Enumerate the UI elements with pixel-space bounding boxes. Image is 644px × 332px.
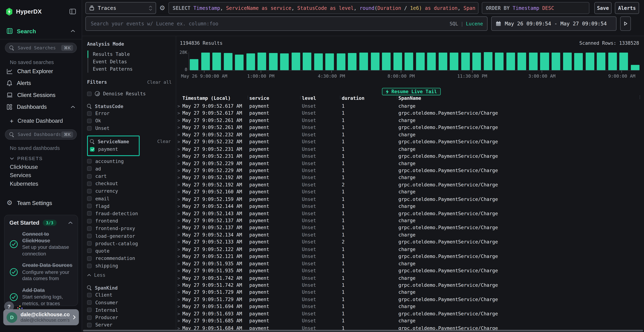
sidebar-item-team-settings[interactable]: ⚙ Team Settings [0, 197, 82, 209]
checkbox[interactable] [87, 189, 92, 193]
row-expand-icon[interactable]: > [178, 103, 182, 110]
histogram-bar[interactable] [620, 52, 628, 70]
checkbox[interactable] [87, 166, 92, 171]
sidebar-item-client-sessions[interactable]: Client Sessions [0, 89, 82, 101]
histogram-bar[interactable] [631, 65, 639, 70]
table-row[interactable]: >May 27 9:09:52.261 AMpaymentUnset1charg… [178, 117, 644, 124]
row-expand-icon[interactable]: > [178, 146, 182, 153]
table-row[interactable]: >May 27 9:09:52.231 AMpaymentUnset1charg… [178, 146, 644, 153]
row-expand-icon[interactable]: > [178, 318, 182, 325]
checkbox[interactable] [87, 308, 92, 312]
filter-option[interactable]: shipping [87, 262, 172, 270]
histogram-bar[interactable] [438, 52, 447, 70]
table-row[interactable]: >May 27 9:09:52.121 AMpaymentUnset1grpc.… [178, 253, 644, 260]
filter-option[interactable]: product-catalog [87, 240, 172, 247]
histogram-bar[interactable] [416, 53, 424, 70]
source-select[interactable]: Traces [86, 2, 156, 14]
checkbox[interactable] [87, 226, 92, 231]
row-expand-icon[interactable]: > [178, 182, 182, 188]
checkbox[interactable] [87, 92, 92, 96]
filter-option[interactable]: cart [87, 172, 172, 180]
filter-option[interactable]: Server [87, 321, 172, 329]
filter-option-selected[interactable]: payment [90, 145, 135, 153]
denoise-results-toggle[interactable]: Denoise Results [87, 90, 172, 97]
row-expand-icon[interactable]: > [178, 296, 182, 303]
row-expand-icon[interactable]: > [178, 153, 182, 160]
table-row[interactable]: >May 27 9:09:51.729 AMpaymentUnset1grpc.… [178, 296, 644, 303]
sidebar-item-preset[interactable]: Services [0, 171, 82, 180]
alerts-button[interactable]: Alerts [615, 2, 639, 14]
row-expand-icon[interactable]: > [178, 124, 182, 131]
filter-option[interactable]: fraud-detection [87, 210, 172, 217]
table-row[interactable]: >May 27 9:09:52.134 AMpaymentUnset1charg… [178, 232, 644, 239]
row-expand-icon[interactable]: > [178, 303, 182, 310]
histogram-bar[interactable] [574, 53, 583, 70]
row-expand-icon[interactable]: > [178, 289, 182, 296]
filter-option[interactable]: currency [87, 188, 172, 195]
saved-searches-input[interactable]: ⌘K [5, 43, 77, 53]
checkbox[interactable] [87, 126, 92, 130]
row-expand-icon[interactable]: > [178, 188, 182, 196]
filter-option[interactable]: frontend-proxy [87, 225, 172, 232]
table-row[interactable]: >May 27 9:09:52.144 AMpaymentUnset1charg… [178, 203, 644, 210]
row-expand-icon[interactable]: > [178, 260, 182, 268]
sidebar-item-chart-explorer[interactable]: Chart Explorer [0, 65, 82, 77]
sidebar-item-preset[interactable]: Kubernetes [0, 180, 82, 188]
event-search-bar[interactable]: SQL | Lucene [86, 16, 488, 31]
table-row[interactable]: >May 27 9:09:51.693 AMpaymentUnset1grpc.… [178, 310, 644, 318]
histogram-bar[interactable] [405, 53, 413, 70]
row-expand-icon[interactable]: > [178, 117, 182, 124]
run-query-button[interactable] [620, 16, 631, 31]
row-expand-icon[interactable]: > [178, 274, 182, 282]
histogram-bar[interactable] [529, 52, 538, 70]
table-row[interactable]: >May 27 9:09:52.159 AMpaymentUnset1grpc.… [178, 196, 644, 203]
histogram-bar[interactable] [326, 53, 334, 70]
table-row[interactable]: >May 27 9:09:52.143 AMpaymentUnset1grpc.… [178, 210, 644, 217]
checkbox[interactable] [87, 182, 92, 186]
row-expand-icon[interactable]: > [178, 282, 182, 289]
histogram-bar[interactable] [190, 59, 198, 70]
row-expand-icon[interactable]: > [178, 131, 182, 138]
histogram-bar[interactable] [540, 52, 549, 70]
analysis-mode-tab[interactable]: Event Deltas [88, 58, 172, 65]
sql-select-editor[interactable]: SELECT Timestamp, ServiceName as service… [168, 2, 478, 14]
checkbox[interactable] [87, 196, 92, 201]
histogram-bar[interactable] [495, 52, 504, 70]
histogram-bar[interactable] [337, 54, 345, 70]
histogram-bar[interactable] [303, 52, 312, 70]
table-row[interactable]: >May 27 9:09:52.229 AMpaymentUnset1grpc.… [178, 167, 644, 174]
column-drag-handle-icon[interactable]: ⋮ [395, 95, 399, 100]
histogram-bar[interactable] [360, 53, 368, 70]
column-header-service[interactable]: ⋮service [249, 95, 302, 101]
histogram-bar[interactable] [212, 52, 221, 70]
source-settings-gear-icon[interactable]: ⚙ [160, 5, 165, 11]
table-row[interactable]: >May 27 9:09:51.935 AMpaymentUnset1charg… [178, 260, 644, 268]
table-row[interactable]: >May 27 9:09:52.229 AMpaymentUnset1charg… [178, 160, 644, 167]
search-input[interactable] [90, 20, 450, 27]
chevron-up-icon[interactable] [71, 106, 75, 108]
histogram-bar[interactable] [235, 54, 244, 70]
table-row[interactable]: >May 27 9:09:52.192 AMpaymentUnset2grpc.… [178, 182, 644, 188]
table-row[interactable]: >May 27 9:09:52.122 AMpaymentUnset1charg… [178, 246, 644, 253]
saved-searches-field[interactable] [17, 45, 61, 51]
checkbox[interactable] [87, 204, 92, 208]
histogram-bar[interactable] [608, 52, 617, 70]
filter-option[interactable]: accounting [87, 158, 172, 165]
filter-group-header[interactable]: StatusCode [87, 103, 172, 110]
table-row[interactable]: >May 27 9:09:52.617 AMpaymentUnset1grpc.… [178, 110, 644, 117]
row-expand-icon[interactable]: > [178, 268, 182, 274]
checkbox[interactable] [87, 249, 92, 253]
table-row[interactable]: >May 27 9:09:52.133 AMpaymentUnset2grpc.… [178, 239, 644, 246]
checkbox-checked[interactable] [90, 147, 94, 151]
table-row[interactable]: >May 27 9:09:51.694 AMpaymentUnset1charg… [178, 303, 644, 310]
clear-all-button[interactable]: Clear all [147, 80, 172, 85]
table-row[interactable]: >May 27 9:09:52.192 AMpaymentUnset1charg… [178, 174, 644, 182]
chevron-up-icon[interactable] [71, 30, 75, 32]
histogram-bar[interactable] [586, 52, 594, 70]
histogram-bar[interactable] [597, 52, 605, 70]
analysis-mode-tab[interactable]: Results Table [88, 50, 172, 58]
checkbox[interactable] [87, 264, 92, 268]
get-started-item[interactable]: Add DataStart sending logs, metrics, or … [10, 287, 73, 306]
column-drag-handle-icon[interactable]: ⋮ [338, 95, 342, 100]
row-expand-icon[interactable]: > [178, 203, 182, 210]
